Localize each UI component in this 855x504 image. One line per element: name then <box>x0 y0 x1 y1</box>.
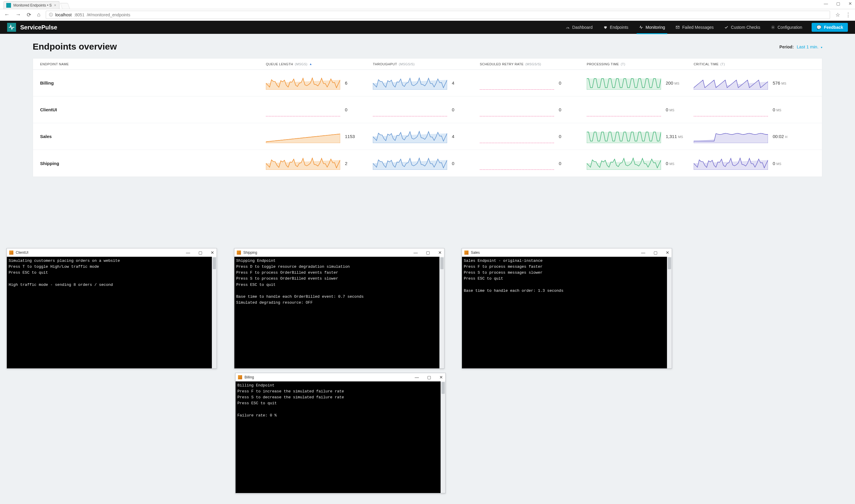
console-titlebar[interactable]: Billing — ▢ ✕ <box>235 373 445 381</box>
console-close-icon[interactable]: ✕ <box>439 375 443 380</box>
col-processing[interactable]: Processing time(T) <box>587 62 694 66</box>
sparkline <box>587 76 661 90</box>
sort-icon: ▲ <box>309 62 312 66</box>
col-throughput[interactable]: Throughput(MSGS/S) <box>373 62 480 66</box>
tab-close-icon[interactable]: × <box>54 3 56 7</box>
col-retry[interactable]: Scheduled retry rate(MSGS/S) <box>480 62 587 66</box>
scroll-thumb[interactable] <box>668 257 671 269</box>
table-row[interactable]: Sales 1153 4 0 1,311ms 00:02h <box>33 123 822 150</box>
reload-button[interactable]: ⟳ <box>27 12 31 18</box>
cell-value: 0 <box>559 80 562 86</box>
console-close-icon[interactable]: ✕ <box>211 250 214 255</box>
console-window-clientui[interactable]: ClientUI — ▢ ✕ Simulating customers plac… <box>6 248 217 368</box>
console-window-controls: — ▢ ✕ <box>414 250 442 255</box>
console-window-billing[interactable]: Billing — ▢ ✕ Billing Endpoint Press F t… <box>235 373 446 493</box>
cell-queue: 0 <box>266 103 373 116</box>
cell-queue: 2 <box>266 157 373 170</box>
scroll-thumb[interactable] <box>440 257 443 269</box>
console-body[interactable]: Sales Endpoint - original-instance Press… <box>462 257 672 368</box>
nav-configuration[interactable]: Configuration <box>766 21 807 34</box>
scroll-thumb[interactable] <box>441 382 445 394</box>
nav-label: Endpoints <box>610 25 628 30</box>
sparkline <box>373 103 447 116</box>
sparkline <box>480 157 554 170</box>
col-endpoint[interactable]: Endpoint name <box>40 62 266 66</box>
console-body[interactable]: Simulating customers placing orders on a… <box>7 257 216 368</box>
url-right-icons: ☆ ⋮ <box>835 12 851 18</box>
new-tab-button[interactable] <box>60 3 70 9</box>
page: Endpoints overview Period: Last 1 min. ▾… <box>0 34 855 177</box>
brand[interactable]: ServicePulse <box>7 23 57 32</box>
console-min-icon[interactable]: — <box>415 375 419 380</box>
sparkline <box>587 157 661 170</box>
feedback-label: Feedback <box>824 25 843 30</box>
scroll-thumb[interactable] <box>213 257 216 269</box>
sparkline <box>587 130 661 143</box>
address-bar[interactable]: ⓘ localhost:8051/#/monitored_endpoints <box>46 11 830 19</box>
check-icon <box>724 25 729 30</box>
cell-value: 4 <box>452 134 455 139</box>
console-close-icon[interactable]: ✕ <box>438 250 442 255</box>
table-row[interactable]: Billing 6 4 0 200ms 576ms <box>33 70 822 96</box>
console-titlebar[interactable]: ClientUI — ▢ ✕ <box>7 249 216 257</box>
url-port: :8051 <box>74 13 84 17</box>
nav-endpoints[interactable]: Endpoints <box>598 21 634 34</box>
cell-retry: 0 <box>480 103 587 116</box>
menu-icon[interactable]: ⋮ <box>845 12 851 18</box>
console-max-icon[interactable]: ▢ <box>653 250 658 255</box>
console-body[interactable]: Billing Endpoint Press F to increase the… <box>235 381 445 493</box>
chevron-down-icon: ▾ <box>821 46 822 49</box>
svg-point-2 <box>772 27 773 28</box>
scrollbar[interactable] <box>667 257 672 368</box>
console-max-icon[interactable]: ▢ <box>198 250 202 255</box>
sparkline <box>266 76 340 90</box>
scrollbar[interactable] <box>439 257 444 368</box>
window-minimize-icon[interactable]: — <box>824 1 828 6</box>
col-queue[interactable]: Queue length(MSGS)▲ <box>266 62 373 66</box>
console-titlebar[interactable]: Sales — ▢ ✕ <box>462 249 672 257</box>
console-max-icon[interactable]: ▢ <box>427 375 431 380</box>
console-window-shipping[interactable]: Shipping — ▢ ✕ Shipping Endpoint Press D… <box>234 248 444 368</box>
back-button[interactable]: ← <box>4 12 10 18</box>
sparkline <box>480 103 554 116</box>
cell-value: 00:02h <box>773 134 788 139</box>
console-icon <box>238 375 242 379</box>
scrollbar[interactable] <box>440 381 445 493</box>
browser-tab[interactable]: Monitored Endpoints • S × <box>3 1 59 9</box>
console-min-icon[interactable]: — <box>414 250 418 255</box>
title-row: Endpoints overview Period: Last 1 min. ▾ <box>33 41 822 52</box>
nav-dashboard[interactable]: Dashboard <box>560 21 598 34</box>
console-min-icon[interactable]: — <box>641 250 645 255</box>
table-row[interactable]: ClientUI 0 0 0 0ms 0ms <box>33 96 822 123</box>
home-button[interactable]: ⌂ <box>37 12 40 18</box>
window-close-icon[interactable]: ✕ <box>849 1 852 6</box>
console-body[interactable]: Shipping Endpoint Press D to toggle reso… <box>234 257 444 368</box>
console-window-sales[interactable]: Sales — ▢ ✕ Sales Endpoint - original-in… <box>462 248 672 368</box>
brand-name: ServicePulse <box>20 24 57 31</box>
site-info-icon[interactable]: ⓘ <box>49 12 53 18</box>
window-maximize-icon[interactable]: ▢ <box>836 1 840 6</box>
scrollbar[interactable] <box>212 257 216 368</box>
console-close-icon[interactable]: ✕ <box>666 250 669 255</box>
star-icon[interactable]: ☆ <box>835 12 840 18</box>
period-value[interactable]: Last 1 min. <box>797 44 818 49</box>
cell-throughput: 0 <box>373 103 480 116</box>
cell-queue: 1153 <box>266 130 373 143</box>
forward-button[interactable]: → <box>15 12 21 18</box>
console-min-icon[interactable]: — <box>186 250 190 255</box>
nav-custom-checks[interactable]: Custom Checks <box>719 21 766 34</box>
col-critical[interactable]: Critical time(T) <box>694 62 813 66</box>
sparkline <box>694 130 768 143</box>
nav-monitoring[interactable]: Monitoring <box>634 21 670 34</box>
period-selector[interactable]: Period: Last 1 min. ▾ <box>780 44 822 49</box>
cell-critical: 576ms <box>694 76 813 90</box>
nav-arrows: ← → ⟳ ⌂ <box>4 12 40 18</box>
table-row[interactable]: Shipping 2 0 0 0ms 0ms <box>33 150 822 177</box>
nav-failed-messages[interactable]: Failed Messages <box>670 21 719 34</box>
url-path: /#/monitored_endpoints <box>87 13 130 17</box>
feedback-button[interactable]: 💬 Feedback <box>812 23 848 32</box>
console-max-icon[interactable]: ▢ <box>426 250 430 255</box>
console-titlebar[interactable]: Shipping — ▢ ✕ <box>234 249 444 257</box>
console-icon <box>464 251 469 255</box>
sparkline <box>266 130 340 143</box>
